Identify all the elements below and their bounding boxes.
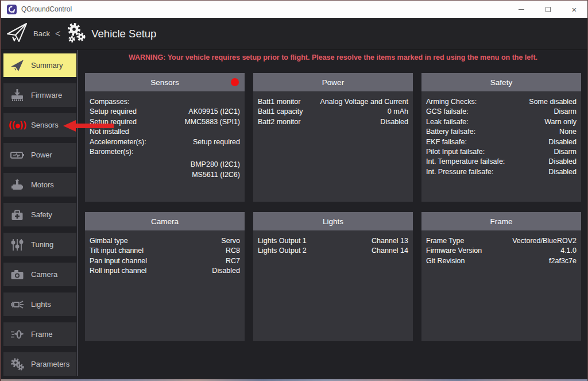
setup-warning-banner: WARNING: Your vehicle requires setup pri… (85, 53, 581, 61)
summary-row: Int. Temperature failsafe:Disabled (421, 157, 581, 167)
alert-dot-icon (231, 78, 239, 86)
summary-row: Arming Checks:Some disabled (421, 97, 581, 107)
sidebar-item-label: Power (31, 151, 52, 159)
maximize-icon (546, 7, 551, 12)
panel-title: Power (322, 78, 344, 87)
rov-frame-icon (7, 327, 28, 342)
panel-camera-header: Camera (85, 212, 245, 230)
sidebar-item-label: Camera (31, 270, 57, 279)
window-titlebar: QGroundControl × (1, 1, 587, 18)
summary-row: Firmware Version4.1.0 (421, 246, 581, 256)
summary-row: Int. Pressure failsafe:Disabled (421, 167, 581, 177)
sidebar-item-tuning[interactable]: Tuning (3, 233, 76, 256)
summary-row: Lights Output 1Channel 13 (253, 236, 413, 246)
sidebar-item-motors[interactable]: Motors (3, 173, 76, 197)
window-title: QGroundControl (21, 5, 72, 13)
minimize-icon (519, 9, 524, 10)
gears-icon (7, 357, 28, 372)
firmware-chip-icon (7, 88, 28, 103)
summary-row: Pan input channelRC7 (85, 256, 245, 266)
sidebar-item-summary[interactable]: Summary (3, 53, 76, 77)
summary-row: Leak failsafe:Warn only (421, 117, 581, 127)
panel-title: Camera (151, 217, 179, 226)
panel-camera-body: Gimbal typeServo Tilt input channelRC8 P… (85, 230, 245, 276)
panel-safety-header: Safety (421, 73, 581, 91)
summary-row: Batt2 monitorDisabled (253, 117, 413, 127)
panel-power-body: Batt1 monitorAnalog Voltage and Current … (253, 91, 413, 127)
sidebar-item-firmware[interactable]: Firmware (3, 83, 76, 107)
sidebar-item-camera[interactable]: Camera (3, 263, 76, 286)
page-title: Vehicle Setup (91, 28, 156, 40)
sidebar-item-label: Lights (31, 300, 51, 309)
panel-safety: Safety Arming Checks:Some disabled GCS f… (421, 73, 581, 202)
panel-title: Safety (490, 78, 512, 87)
lights-icon (7, 297, 28, 312)
panel-power-header: Power (253, 73, 413, 91)
close-button[interactable]: × (561, 1, 587, 18)
summary-row: MS5611 (I2C6) (85, 170, 245, 180)
close-icon: × (572, 5, 577, 14)
summary-row: Lights Output 2Channel 14 (253, 246, 413, 256)
summary-row: Roll input channelDisabled (85, 266, 245, 276)
vehicle-setup-gears-icon (65, 21, 87, 47)
summary-row: Setup requiredAK09915 (I2C1) (85, 107, 245, 117)
qgc-plane-logo-button[interactable] (6, 21, 29, 47)
summary-row: Battery failsafe:None (421, 127, 581, 137)
panel-lights-body: Lights Output 1Channel 13 Lights Output … (253, 230, 413, 256)
sidebar-item-label: Motors (31, 180, 54, 189)
summary-row: GCS failsafe:Disarm (421, 107, 581, 117)
panel-frame: Frame Frame TypeVectored/BlueROV2 Firmwa… (421, 212, 581, 341)
panel-power: Power Batt1 monitorAnalog Voltage and Cu… (253, 73, 413, 202)
summary-row: Tilt input channelRC8 (85, 246, 245, 256)
sidebar-item-label: Summary (31, 61, 63, 70)
panel-lights-header: Lights (253, 212, 413, 230)
sliders-icon (7, 237, 28, 252)
sidebar-item-frame[interactable]: Frame (3, 322, 76, 346)
panel-lights: Lights Lights Output 1Channel 13 Lights … (253, 212, 413, 341)
summary-row: BMP280 (I2C1) (85, 160, 245, 170)
summary-row: Batt1 monitorAnalog Voltage and Current (253, 97, 413, 107)
sidebar-scrollbar[interactable] (77, 50, 78, 376)
maximize-button[interactable] (535, 1, 561, 18)
paper-plane-icon (7, 58, 28, 73)
panel-title: Lights (323, 217, 343, 226)
sidebar-item-label: Tuning (31, 240, 53, 249)
sidebar-item-power[interactable]: Power (3, 143, 76, 167)
battery-icon (7, 148, 28, 163)
annotation-arrow-icon (63, 119, 114, 135)
panel-sensors: Sensors Compasses: Setup requiredAK09915… (85, 73, 245, 202)
sidebar-item-label: Safety (31, 210, 52, 219)
panel-sensors-body: Compasses: Setup requiredAK09915 (I2C1) … (85, 91, 245, 180)
camera-icon (7, 267, 28, 282)
sidebar-item-lights[interactable]: Lights (3, 293, 76, 316)
panel-frame-body: Frame TypeVectored/BlueROV2 Firmware Ver… (421, 230, 581, 266)
sidebar-item-label: Frame (31, 330, 53, 338)
summary-row: EKF failsafe:Disabled (421, 137, 581, 147)
back-button[interactable]: Back (33, 29, 50, 38)
summary-row: Barometer(s): (85, 147, 245, 157)
sidebar-item-label: Parameters (31, 360, 69, 368)
panel-title: Sensors (150, 78, 179, 87)
panel-sensors-header: Sensors (85, 73, 245, 91)
sensors-radio-icon: ((●)) (7, 120, 28, 130)
panel-camera: Camera Gimbal typeServo Tilt input chann… (85, 212, 245, 341)
summary-row: Batt1 capacity0 mAh (253, 107, 413, 117)
first-aid-kit-icon (7, 207, 28, 222)
summary-row: Git Revisionf2af3c7e (421, 256, 581, 266)
panel-frame-header: Frame (421, 212, 581, 230)
sidebar-item-label: Firmware (31, 91, 62, 99)
qgroundcontrol-window: QGroundControl × Back < (0, 0, 588, 381)
minimize-button[interactable] (508, 1, 535, 18)
sidebar-item-parameters[interactable]: Parameters (3, 352, 76, 376)
motor-icon (7, 178, 28, 193)
summary-row: Compasses: (85, 97, 245, 107)
breadcrumb-chevron: < (55, 29, 60, 39)
app-toolbar: Back < Vehicle Setup (1, 18, 587, 50)
summary-row: Frame TypeVectored/BlueROV2 (421, 236, 581, 246)
panel-safety-body: Arming Checks:Some disabled GCS failsafe… (421, 91, 581, 177)
sidebar-item-safety[interactable]: Safety (3, 203, 76, 226)
panel-title: Frame (490, 217, 512, 226)
summary-row: Pilot Input failsafe:Disarm (421, 147, 581, 157)
summary-row: Accelerometer(s):Setup required (85, 137, 245, 147)
summary-row: Gimbal typeServo (85, 236, 245, 246)
